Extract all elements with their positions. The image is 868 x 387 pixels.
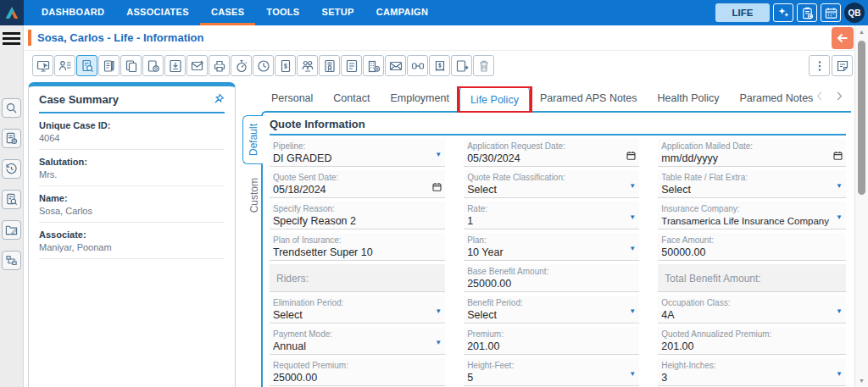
clock-button[interactable] (253, 55, 274, 76)
field-rate[interactable]: Rate: 1 ▼ (464, 202, 639, 229)
commission-button[interactable] (363, 55, 384, 76)
field-plan[interactable]: Plan: 10 Year ▼ (464, 233, 639, 261)
export-document-button[interactable] (451, 55, 472, 76)
field-premium[interactable]: Premium: 201.00 (464, 327, 639, 355)
field-face-amount[interactable]: Face Amount: 50000.00 (658, 233, 846, 261)
field-base-benefit-amount[interactable]: Base Benefit Amount: 25000.00 (464, 264, 639, 292)
subtab-default[interactable]: Default (242, 115, 263, 164)
pin-icon[interactable] (213, 93, 225, 105)
hamburger-menu-icon[interactable] (3, 32, 20, 45)
document-edit-button[interactable] (98, 55, 120, 76)
life-mode-button[interactable]: LIFE (715, 3, 770, 22)
dropdown-arrow-icon[interactable]: ▼ (629, 307, 636, 315)
rail-search-button[interactable] (2, 98, 21, 118)
field-payment-mode[interactable]: Payment Mode: Annual ▼ (270, 327, 445, 355)
field-elimination-period[interactable]: Elimination Period: Select ▼ (270, 296, 445, 323)
user-profile-button[interactable] (54, 55, 75, 76)
dropdown-arrow-icon[interactable]: ▼ (629, 370, 636, 378)
calendar-icon[interactable] (833, 151, 843, 160)
rail-history-button[interactable] (2, 159, 21, 179)
dropdown-arrow-icon[interactable]: ▼ (435, 307, 442, 315)
field-label: Salutation: (39, 157, 225, 167)
nav-item-cases[interactable]: CASES (200, 0, 255, 25)
copy-documents-button[interactable] (120, 55, 142, 76)
tab-contact[interactable]: Contact (323, 86, 380, 110)
user-avatar[interactable]: QB (844, 3, 865, 23)
field-application-mailed-date[interactable]: Application Mailed Date: mm/dd/yyyy (658, 139, 846, 167)
notes-button[interactable] (832, 55, 853, 76)
dropdown-arrow-icon[interactable]: ▼ (629, 213, 636, 221)
dropdown-arrow-icon[interactable]: ▼ (435, 151, 442, 158)
field-quoted-annualized-premium[interactable]: Quoted Annualized Premium: 201.00 (658, 327, 846, 355)
nav-item-setup[interactable]: SETUP (311, 0, 365, 25)
tab-scroll-left-icon[interactable] (815, 91, 826, 102)
calendar-icon[interactable] (626, 151, 636, 160)
field-height-feet[interactable]: Height-Feet: 5 ▼ (464, 358, 639, 386)
tab-employment[interactable]: Employment (380, 86, 459, 110)
clients-button[interactable] (297, 55, 318, 76)
dropdown-arrow-icon[interactable]: ▼ (836, 182, 843, 190)
app-logo[interactable] (0, 0, 24, 25)
tab-paramed-notes[interactable]: Paramed Notes (730, 86, 814, 110)
rail-hierarchy-button[interactable] (2, 251, 21, 270)
field-specify-reason[interactable]: Specify Reason: Specify Reason 2 (270, 202, 445, 229)
dropdown-arrow-icon[interactable]: ▼ (836, 213, 843, 221)
back-button[interactable] (832, 27, 854, 49)
field-plan-of-insurance[interactable]: Plan of Insurance: Trendsetter Super 10 (270, 233, 445, 261)
copy-documents-icon (125, 59, 138, 73)
vertical-scrollbar[interactable]: ▲ ▼ (854, 25, 868, 387)
link-accounts-button[interactable] (407, 55, 428, 76)
subtab-custom[interactable]: Custom (246, 171, 263, 220)
dropdown-arrow-icon[interactable]: ▼ (629, 245, 636, 252)
compose-mail-button[interactable] (186, 55, 208, 76)
field-pipeline[interactable]: Pipeline: DI GRADED ▼ (270, 139, 445, 167)
case-search-button[interactable] (76, 55, 97, 76)
field-insurance-company[interactable]: Insurance Company: Transamerica Life Ins… (658, 202, 846, 229)
cash-document-button[interactable] (275, 55, 296, 76)
rail-add-document-button[interactable] (2, 129, 21, 148)
delete-button[interactable] (473, 55, 494, 76)
field-value: Select (467, 308, 636, 323)
monitor-button[interactable] (32, 55, 53, 76)
field-height-inches[interactable]: Height-Inches: 3 ▼ (658, 358, 846, 386)
nav-item-tools[interactable]: TOOLS (255, 0, 310, 25)
nav-item-dashboard[interactable]: DASHBOARD (31, 0, 115, 25)
clipboard-add-button[interactable] (797, 3, 817, 22)
tab-personal[interactable]: Personal (261, 86, 323, 110)
checklist-button[interactable] (341, 55, 362, 76)
field-benefit-period[interactable]: Benefit Period: Select ▼ (464, 296, 639, 323)
send-mail-button[interactable] (385, 55, 406, 76)
scroll-down-icon[interactable]: ▼ (859, 378, 865, 384)
tab-scroll-right-icon[interactable] (833, 91, 844, 102)
calendar-icon[interactable] (432, 182, 442, 191)
print-button[interactable] (209, 55, 230, 76)
field-requoted-premium[interactable]: Requoted Premium: 25000.00 (270, 358, 445, 386)
document-refresh-button[interactable] (142, 55, 164, 76)
rail-document-search-button[interactable] (2, 190, 21, 209)
dropdown-arrow-icon[interactable]: ▼ (629, 182, 636, 190)
scroll-up-icon[interactable]: ▲ (859, 29, 865, 35)
field-quote-rate-classification[interactable]: Quote Rate Classification: Select ▼ (464, 170, 639, 198)
invoice-button[interactable] (429, 55, 450, 76)
rail-folder-edit-button[interactable] (2, 220, 21, 240)
scrollbar-thumb[interactable] (858, 41, 865, 195)
field-table-rate-flat-extra[interactable]: Table Rate / Flat Extra: Select ▼ (658, 170, 846, 198)
more-options-button[interactable] (809, 55, 830, 76)
field-occupation-class[interactable]: Occupation Class: 4A ▼ (658, 296, 846, 323)
download-document-button[interactable] (164, 55, 186, 76)
field-application-request-date[interactable]: Application Request Date: 05/30/2024 (464, 139, 639, 167)
tab-paramed-aps-notes[interactable]: Paramed APS Notes (530, 86, 648, 110)
field-label: Quote Sent Date: (273, 172, 442, 183)
tab-health-policy[interactable]: Health Policy (648, 86, 730, 110)
nav-item-campaign[interactable]: CAMPAIGN (365, 0, 439, 25)
dropdown-arrow-icon[interactable]: ▼ (836, 370, 843, 378)
dropdown-arrow-icon[interactable]: ▼ (435, 339, 442, 346)
nav-item-associates[interactable]: ASSOCIATES (115, 0, 200, 25)
calendar-button[interactable] (821, 3, 841, 22)
tab-life-policy[interactable]: Life Policy (459, 86, 530, 113)
field-quote-sent-date[interactable]: Quote Sent Date: 05/18/2024 (270, 170, 445, 198)
stopwatch-button[interactable] (231, 55, 252, 76)
sparkles-button[interactable] (773, 3, 793, 22)
certificate-button[interactable] (319, 55, 340, 76)
dropdown-arrow-icon[interactable]: ▼ (836, 307, 843, 315)
